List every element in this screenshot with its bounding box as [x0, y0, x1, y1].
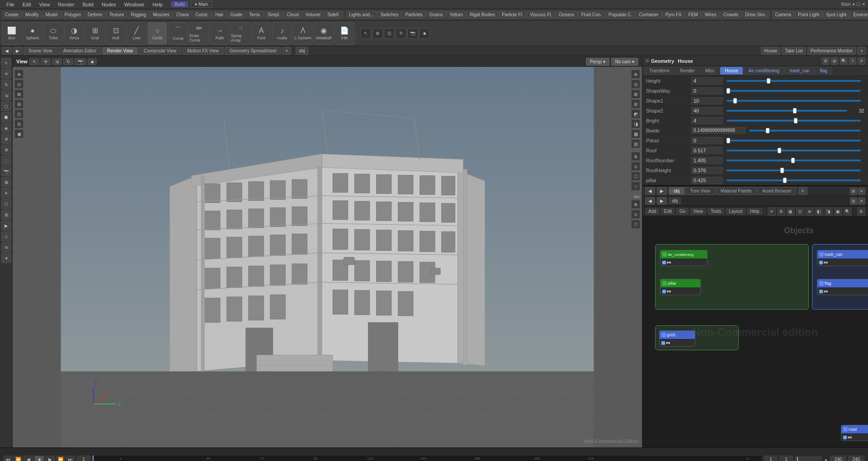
tb-simpl[interactable]: Simpl. [264, 11, 283, 19]
camera-tool[interactable]: 📷 [407, 28, 418, 39]
param-height-value[interactable]: 4 [691, 77, 723, 85]
select-tool[interactable]: ↖ [360, 28, 371, 39]
tb-particles[interactable]: Particles [402, 11, 425, 19]
menu-windows[interactable]: Windows [121, 1, 148, 8]
sidebar-cam3[interactable]: ⊠ [1, 177, 11, 187]
tb-yellum[interactable]: Yellum [446, 11, 466, 19]
sidebar-anim[interactable]: ▶ [1, 221, 11, 230]
vp-right-tool-3[interactable]: ⊠ [631, 89, 640, 99]
node-trashcan[interactable]: trash_can ■■ [817, 250, 868, 266]
panel-add-tab[interactable]: + [282, 47, 291, 55]
tb-env-light[interactable]: Environment Light [850, 11, 868, 19]
vp-tool-4[interactable]: ⊞ [14, 99, 24, 108]
perf-monitor-btn[interactable]: Performance Monitor [807, 47, 856, 55]
tb-rigid[interactable]: Rigid Bodies [467, 11, 498, 19]
sidebar-mat[interactable]: ⬡ [1, 199, 11, 209]
vp-tool-6[interactable]: ⊟ [14, 119, 24, 128]
geo-tab-aircon[interactable]: Air conditioning [743, 67, 784, 75]
tool-file[interactable]: 📄 File [335, 22, 354, 45]
tb-model[interactable]: Model [42, 11, 61, 19]
nt-icon-5[interactable]: ⊗ [806, 207, 814, 216]
tl-coord-y[interactable] [848, 456, 864, 461]
node-expand-btn[interactable]: ⊞ [850, 188, 857, 195]
tb-particle-fl[interactable]: Particle Fl. [499, 11, 526, 19]
vp-right-tool-10[interactable]: ⊙ [631, 162, 640, 171]
tl-skip-end[interactable]: ⏭ [66, 456, 75, 461]
param-pillar-slider[interactable] [726, 179, 861, 181]
nt-view[interactable]: View [690, 208, 706, 215]
param-pdoor-slider[interactable] [726, 140, 861, 141]
tb-cloud[interactable]: Cloud [284, 11, 302, 19]
param-shape2-slider[interactable] [726, 110, 847, 112]
nt-tools[interactable]: Tools [708, 208, 724, 215]
tool-sphere[interactable]: ● Sphere [23, 22, 42, 45]
sidebar-rotate[interactable]: ↻ [1, 80, 11, 89]
vp-right-tool-5[interactable]: ◩ [631, 109, 640, 118]
scale-tool[interactable]: ⊡ [384, 28, 395, 39]
param-shapeway-slider[interactable] [726, 90, 861, 92]
nt-icon-7[interactable]: ◨ [825, 207, 833, 216]
vp-move-btn[interactable]: ✛ [41, 58, 51, 65]
param-shape1-slider[interactable] [726, 100, 861, 102]
node-nav-fwd[interactable]: ▶ [657, 187, 667, 195]
tool-lsystem[interactable]: Λ L-System [293, 22, 313, 45]
obj-path-expand[interactable]: ⊞ [850, 198, 857, 205]
vp-right-tool-9[interactable]: ⊕ [631, 152, 640, 161]
tb-populate[interactable]: Populate C. [605, 11, 635, 19]
param-bright-value[interactable]: 4 [691, 117, 723, 124]
node-canvas[interactable]: Non-Commercial edition Objects wall [642, 217, 868, 447]
tb-viscous[interactable]: Viscous Fl. [527, 11, 555, 19]
vp-right-tool-11[interactable]: ⬡ [631, 172, 640, 181]
tb-deform[interactable]: Deform [85, 11, 106, 19]
tool-line[interactable]: ╱ Line [127, 22, 146, 45]
obj-nav-fwd[interactable]: ▶ [657, 197, 667, 205]
geo-settings-btn[interactable]: ⚙ [822, 57, 829, 65]
geo-tab-transform[interactable]: Transform [644, 67, 675, 75]
tl-current-frame[interactable] [779, 456, 793, 461]
vp-right-tool-8[interactable]: ▥ [631, 139, 640, 148]
tb-pyro[interactable]: Pyro FX [662, 11, 685, 19]
menu-build[interactable]: Build [79, 1, 97, 8]
tool-spray[interactable]: ⁖ Spray Array [231, 22, 250, 45]
tb-point-light[interactable]: Point Light [795, 11, 822, 19]
vp-right-tool-1[interactable]: ⊕ [631, 70, 640, 79]
sidebar-move[interactable]: ✛ [1, 69, 11, 79]
tb-fluid[interactable]: Fluid Con. [578, 11, 605, 19]
take-list-btn[interactable]: Take List [782, 47, 806, 55]
vp-render-btn[interactable]: ■ [88, 58, 97, 65]
param-bright-slider[interactable] [726, 120, 861, 122]
tb-muscles[interactable]: Muscles [150, 11, 173, 19]
node-tab-obj[interactable]: obj [669, 187, 684, 195]
vp-tool-7[interactable]: ▣ [14, 129, 24, 138]
node-road[interactable]: road ■■ [841, 425, 868, 441]
menu-render[interactable]: Render [54, 1, 78, 8]
obj-path-display[interactable]: obj [669, 198, 681, 204]
tab-anim-editor[interactable]: Animation Editor [58, 47, 101, 55]
tb-chara[interactable]: Chara [173, 11, 192, 19]
vp-right-tool-15[interactable]: ⬡ [631, 220, 640, 229]
menu-view[interactable]: View [36, 1, 54, 8]
param-height-slider[interactable] [726, 80, 861, 82]
tb-drive[interactable]: Drive Sim. [742, 11, 769, 19]
node-flag[interactable]: flag ■■ [817, 279, 868, 295]
nt-help[interactable]: Help [747, 208, 763, 215]
sidebar-snap[interactable]: ⊛ [1, 134, 11, 144]
tb-switches[interactable]: Switches [377, 11, 401, 19]
tool-grid[interactable]: ⊞ Grid [85, 22, 105, 45]
node-grid1[interactable]: grid1 ■■ [659, 330, 695, 347]
param-bwide-slider[interactable] [749, 130, 861, 132]
timeline-track[interactable]: 1 48 72 96 120 144 168 192 216 2 [92, 455, 762, 461]
menu-edit[interactable]: Edit [19, 1, 35, 8]
nt-edit[interactable]: Edit [661, 208, 675, 215]
param-roofheight-slider[interactable] [726, 169, 861, 171]
tool-box[interactable]: ⬜ Box [2, 22, 22, 45]
vp-select-btn[interactable]: ↖ [29, 58, 39, 65]
vp-right-tool-13[interactable]: ⊕ [631, 200, 640, 209]
window-controls[interactable]: ▾ ☐ ✕ [853, 2, 865, 7]
tb-fem[interactable]: FEM [685, 11, 701, 19]
scene-manager-btn[interactable]: House [761, 47, 780, 55]
geo-tab-house[interactable]: House [720, 67, 743, 75]
vp-right-tool-2[interactable]: ◎ [631, 80, 640, 89]
nt-layout[interactable]: Layout [726, 208, 745, 215]
tb-oceans[interactable]: Oceans [556, 11, 577, 19]
